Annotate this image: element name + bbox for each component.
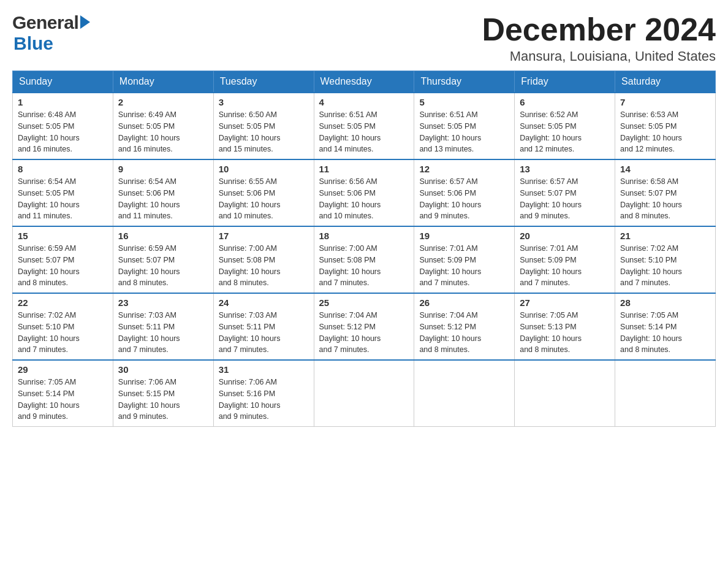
day-number: 13 xyxy=(520,164,610,174)
day-number: 18 xyxy=(319,231,409,241)
calendar-cell: 31 Sunrise: 7:06 AMSunset: 5:16 PMDaylig… xyxy=(213,360,314,427)
calendar-cell: 6 Sunrise: 6:52 AMSunset: 5:05 PMDayligh… xyxy=(515,93,615,159)
day-number: 27 xyxy=(520,297,610,308)
day-info: Sunrise: 7:05 AMSunset: 5:13 PMDaylight:… xyxy=(520,311,582,354)
day-info: Sunrise: 6:56 AMSunset: 5:06 PMDaylight:… xyxy=(319,177,381,220)
day-info: Sunrise: 6:50 AMSunset: 5:05 PMDaylight:… xyxy=(219,110,281,153)
day-number: 6 xyxy=(520,97,610,107)
logo-blue-text: Blue xyxy=(13,33,53,53)
day-info: Sunrise: 7:05 AMSunset: 5:14 PMDaylight:… xyxy=(620,311,682,354)
day-number: 30 xyxy=(118,364,208,375)
day-info: Sunrise: 6:54 AMSunset: 5:05 PMDaylight:… xyxy=(18,177,80,220)
calendar-cell: 28 Sunrise: 7:05 AMSunset: 5:14 PMDaylig… xyxy=(615,293,716,360)
logo: General Blue xyxy=(12,12,90,54)
calendar-week-row: 1 Sunrise: 6:48 AMSunset: 5:05 PMDayligh… xyxy=(13,93,716,159)
day-info: Sunrise: 6:58 AMSunset: 5:07 PMDaylight:… xyxy=(620,177,682,220)
day-number: 10 xyxy=(219,164,309,174)
day-info: Sunrise: 6:51 AMSunset: 5:05 PMDaylight:… xyxy=(419,110,481,153)
day-info: Sunrise: 6:52 AMSunset: 5:05 PMDaylight:… xyxy=(520,110,582,153)
day-info: Sunrise: 6:51 AMSunset: 5:05 PMDaylight:… xyxy=(319,110,381,153)
col-header-saturday: Saturday xyxy=(615,71,716,93)
calendar-cell: 22 Sunrise: 7:02 AMSunset: 5:10 PMDaylig… xyxy=(13,293,113,360)
calendar-cell: 20 Sunrise: 7:01 AMSunset: 5:09 PMDaylig… xyxy=(515,226,615,293)
day-number: 20 xyxy=(520,231,610,241)
logo-general-text: General xyxy=(12,12,78,33)
calendar-cell xyxy=(515,360,615,427)
day-number: 12 xyxy=(419,164,509,174)
day-number: 21 xyxy=(620,231,710,241)
calendar-cell: 27 Sunrise: 7:05 AMSunset: 5:13 PMDaylig… xyxy=(515,293,615,360)
day-info: Sunrise: 6:57 AMSunset: 5:07 PMDaylight:… xyxy=(520,177,582,220)
day-number: 23 xyxy=(118,297,208,308)
col-header-monday: Monday xyxy=(113,71,213,93)
day-info: Sunrise: 7:03 AMSunset: 5:11 PMDaylight:… xyxy=(219,311,281,354)
col-header-thursday: Thursday xyxy=(414,71,515,93)
calendar-cell: 9 Sunrise: 6:54 AMSunset: 5:06 PMDayligh… xyxy=(113,159,213,226)
calendar-cell: 30 Sunrise: 7:06 AMSunset: 5:15 PMDaylig… xyxy=(113,360,213,427)
day-info: Sunrise: 6:49 AMSunset: 5:05 PMDaylight:… xyxy=(118,110,180,153)
day-info: Sunrise: 7:00 AMSunset: 5:08 PMDaylight:… xyxy=(319,244,381,287)
calendar-cell: 24 Sunrise: 7:03 AMSunset: 5:11 PMDaylig… xyxy=(213,293,314,360)
page-header: General Blue December 2024 Mansura, Loui… xyxy=(12,12,716,64)
calendar-cell xyxy=(314,360,414,427)
day-number: 28 xyxy=(620,297,710,308)
day-info: Sunrise: 7:02 AMSunset: 5:10 PMDaylight:… xyxy=(18,311,80,354)
calendar-cell: 5 Sunrise: 6:51 AMSunset: 5:05 PMDayligh… xyxy=(414,93,515,159)
calendar-table: SundayMondayTuesdayWednesdayThursdayFrid… xyxy=(12,71,716,427)
day-number: 9 xyxy=(118,164,208,174)
calendar-cell: 10 Sunrise: 6:55 AMSunset: 5:06 PMDaylig… xyxy=(213,159,314,226)
day-number: 22 xyxy=(18,297,108,308)
calendar-cell: 1 Sunrise: 6:48 AMSunset: 5:05 PMDayligh… xyxy=(13,93,113,159)
day-info: Sunrise: 7:01 AMSunset: 5:09 PMDaylight:… xyxy=(419,244,481,287)
day-number: 3 xyxy=(219,97,309,107)
day-number: 17 xyxy=(219,231,309,241)
calendar-week-row: 29 Sunrise: 7:05 AMSunset: 5:14 PMDaylig… xyxy=(13,360,716,427)
calendar-cell: 2 Sunrise: 6:49 AMSunset: 5:05 PMDayligh… xyxy=(113,93,213,159)
calendar-week-row: 22 Sunrise: 7:02 AMSunset: 5:10 PMDaylig… xyxy=(13,293,716,360)
day-number: 11 xyxy=(319,164,409,174)
day-info: Sunrise: 7:05 AMSunset: 5:14 PMDaylight:… xyxy=(18,378,80,421)
day-info: Sunrise: 7:02 AMSunset: 5:10 PMDaylight:… xyxy=(620,244,682,287)
calendar-header-row: SundayMondayTuesdayWednesdayThursdayFrid… xyxy=(13,71,716,93)
calendar-cell: 15 Sunrise: 6:59 AMSunset: 5:07 PMDaylig… xyxy=(13,226,113,293)
calendar-cell: 11 Sunrise: 6:56 AMSunset: 5:06 PMDaylig… xyxy=(314,159,414,226)
day-number: 25 xyxy=(319,297,409,308)
day-number: 24 xyxy=(219,297,309,308)
month-title: December 2024 xyxy=(482,12,716,47)
col-header-sunday: Sunday xyxy=(13,71,113,93)
day-info: Sunrise: 6:53 AMSunset: 5:05 PMDaylight:… xyxy=(620,110,682,153)
day-number: 15 xyxy=(18,231,108,241)
calendar-cell xyxy=(615,360,716,427)
day-number: 5 xyxy=(419,97,509,107)
day-number: 29 xyxy=(18,364,108,375)
calendar-week-row: 15 Sunrise: 6:59 AMSunset: 5:07 PMDaylig… xyxy=(13,226,716,293)
day-number: 16 xyxy=(118,231,208,241)
col-header-wednesday: Wednesday xyxy=(314,71,414,93)
location-subtitle: Mansura, Louisiana, United States xyxy=(482,48,716,64)
day-number: 4 xyxy=(319,97,409,107)
calendar-cell: 13 Sunrise: 6:57 AMSunset: 5:07 PMDaylig… xyxy=(515,159,615,226)
calendar-cell: 21 Sunrise: 7:02 AMSunset: 5:10 PMDaylig… xyxy=(615,226,716,293)
day-info: Sunrise: 7:03 AMSunset: 5:11 PMDaylight:… xyxy=(118,311,180,354)
calendar-cell: 14 Sunrise: 6:58 AMSunset: 5:07 PMDaylig… xyxy=(615,159,716,226)
day-info: Sunrise: 7:04 AMSunset: 5:12 PMDaylight:… xyxy=(419,311,481,354)
day-info: Sunrise: 6:59 AMSunset: 5:07 PMDaylight:… xyxy=(18,244,80,287)
calendar-cell: 23 Sunrise: 7:03 AMSunset: 5:11 PMDaylig… xyxy=(113,293,213,360)
day-number: 2 xyxy=(118,97,208,107)
day-info: Sunrise: 6:54 AMSunset: 5:06 PMDaylight:… xyxy=(118,177,180,220)
col-header-tuesday: Tuesday xyxy=(213,71,314,93)
calendar-cell: 29 Sunrise: 7:05 AMSunset: 5:14 PMDaylig… xyxy=(13,360,113,427)
col-header-friday: Friday xyxy=(515,71,615,93)
calendar-cell: 12 Sunrise: 6:57 AMSunset: 5:06 PMDaylig… xyxy=(414,159,515,226)
calendar-cell: 17 Sunrise: 7:00 AMSunset: 5:08 PMDaylig… xyxy=(213,226,314,293)
calendar-cell: 8 Sunrise: 6:54 AMSunset: 5:05 PMDayligh… xyxy=(13,159,113,226)
calendar-cell xyxy=(414,360,515,427)
day-number: 14 xyxy=(620,164,710,174)
calendar-cell: 19 Sunrise: 7:01 AMSunset: 5:09 PMDaylig… xyxy=(414,226,515,293)
day-info: Sunrise: 7:06 AMSunset: 5:15 PMDaylight:… xyxy=(118,378,180,421)
day-info: Sunrise: 6:57 AMSunset: 5:06 PMDaylight:… xyxy=(419,177,481,220)
calendar-cell: 4 Sunrise: 6:51 AMSunset: 5:05 PMDayligh… xyxy=(314,93,414,159)
day-info: Sunrise: 7:01 AMSunset: 5:09 PMDaylight:… xyxy=(520,244,582,287)
day-number: 1 xyxy=(18,97,108,107)
day-number: 7 xyxy=(620,97,710,107)
